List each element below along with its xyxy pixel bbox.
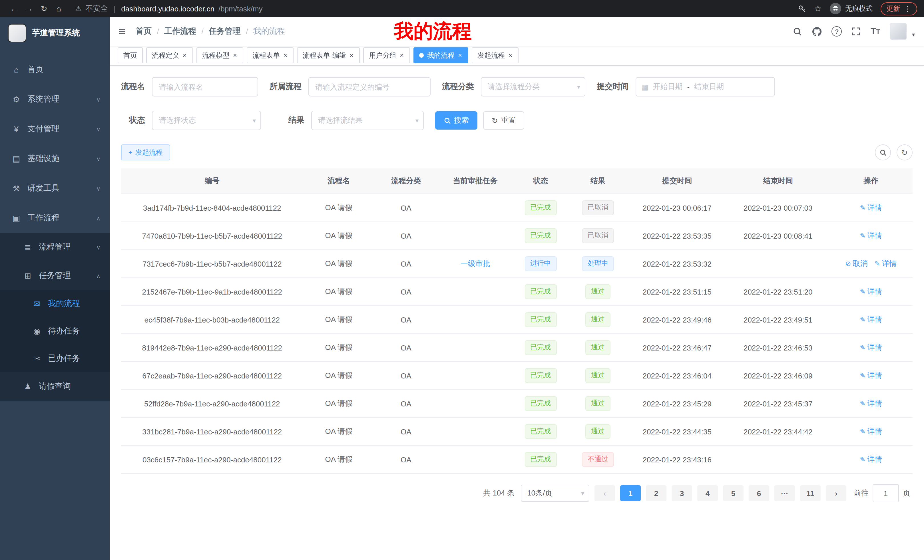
page-size-select[interactable]: 10条/页 ▾ <box>521 485 590 502</box>
sidebar-item-payment[interactable]: ¥支付管理∨ <box>0 114 110 144</box>
font-small-glyph: T <box>876 28 880 35</box>
browser-home-icon[interactable]: ⌂ <box>51 4 66 13</box>
sidebar-item-home[interactable]: ⌂首页 <box>0 55 110 84</box>
security-label[interactable]: 不安全 <box>86 3 108 14</box>
address-bar[interactable]: ⚠ 不安全 | dashboard.yudao.iocoder.cn/bpm/t… <box>75 3 798 14</box>
close-icon[interactable]: × <box>182 51 188 59</box>
sidebar-item-done-task[interactable]: ✂已办任务 <box>0 345 110 372</box>
cell-result: 已取消 <box>568 222 628 250</box>
sidebar-item-infrastructure[interactable]: ▤基础设施∨ <box>0 144 110 174</box>
help-icon[interactable]: ? <box>832 26 842 36</box>
table-row: 7470a810-7b9b-11ec-b5b7-acde48001122OA 请… <box>121 222 913 250</box>
process-input[interactable] <box>308 77 430 96</box>
reset-button[interactable]: ↻ 重置 <box>483 111 524 130</box>
pager-page-3[interactable]: 3 <box>672 485 692 501</box>
refresh-icon[interactable]: ↻ <box>897 144 913 160</box>
detail-link[interactable]: ✎详情 <box>860 343 882 353</box>
result-select[interactable]: 请选择流结果 ▾ <box>311 111 424 130</box>
goto-input[interactable] <box>873 484 899 502</box>
breadcrumb-item-1[interactable]: 工作流程 <box>164 26 196 36</box>
fullscreen-icon[interactable] <box>852 27 861 36</box>
end-date-placeholder[interactable]: 结束日期 <box>694 82 724 92</box>
close-icon[interactable]: × <box>458 51 463 59</box>
breadcrumb-item-0[interactable]: 首页 <box>136 26 152 36</box>
cell-id: 52ffd28e-7b9a-11ec-a290-acde48001122 <box>121 389 303 418</box>
incognito-label: 无痕模式 <box>845 4 873 13</box>
close-icon[interactable]: × <box>399 51 404 59</box>
detail-link[interactable]: ✎详情 <box>860 314 882 325</box>
detail-link[interactable]: ✎详情 <box>860 287 882 297</box>
pager-next[interactable]: › <box>826 485 846 501</box>
pager-page-5[interactable]: 5 <box>723 485 744 501</box>
task-link[interactable]: 一级审批 <box>460 259 490 268</box>
close-icon[interactable]: × <box>232 51 238 59</box>
name-input[interactable] <box>152 77 258 96</box>
cell-current-task <box>438 194 513 222</box>
tab-process-form-edit[interactable]: 流程表单-编辑× <box>297 47 360 63</box>
pager-page-11[interactable]: 11 <box>800 485 820 501</box>
tab-user-group[interactable]: 用户分组× <box>363 47 410 63</box>
tab-process-definition[interactable]: 流程定义× <box>146 47 193 63</box>
back-icon[interactable]: ← <box>7 4 22 13</box>
start-process-button[interactable]: + 发起流程 <box>121 144 170 160</box>
password-key-icon[interactable] <box>798 4 806 13</box>
tab-label: 流程表单-编辑 <box>303 51 346 60</box>
pager-prev[interactable]: ‹ <box>594 485 615 501</box>
sidebar-item-system[interactable]: ⚙系统管理∨ <box>0 84 110 114</box>
detail-link[interactable]: ✎详情 <box>860 398 882 409</box>
pager-page-6[interactable]: 6 <box>748 485 769 501</box>
sidebar-item-todo-task[interactable]: ◉待办任务 <box>0 317 110 345</box>
detail-link[interactable]: ✎详情 <box>860 203 882 213</box>
cancel-link[interactable]: ⊘取消 <box>845 259 867 269</box>
font-size-icon[interactable]: TT <box>871 26 880 36</box>
tab-my-process[interactable]: 我的流程× <box>414 47 468 63</box>
edit-icon: ✎ <box>860 400 866 407</box>
pager-ellipsis[interactable]: ··· <box>774 485 795 501</box>
date-range-picker[interactable]: ▦ 开始日期 - 结束日期 <box>636 77 775 96</box>
browser-menu-icon[interactable]: ⋮ <box>904 4 911 13</box>
search-button-label: 搜索 <box>454 115 469 126</box>
status-select[interactable]: 请选择状态 ▾ <box>152 111 261 130</box>
update-button[interactable]: 更新 ⋮ <box>880 2 917 15</box>
toggle-search-icon[interactable] <box>875 144 891 160</box>
cell-id: ec45f38f-7b9a-11ec-b03b-acde48001122 <box>121 306 303 334</box>
cell-category: OA <box>374 222 438 250</box>
pager-page-2[interactable]: 2 <box>646 485 666 501</box>
github-icon[interactable] <box>812 27 822 36</box>
detail-link[interactable]: ✎详情 <box>860 370 882 381</box>
reload-icon[interactable]: ↻ <box>36 4 51 13</box>
sidebar-item-process-mgmt[interactable]: ≣流程管理∨ <box>0 233 110 262</box>
tab-home[interactable]: 首页 <box>118 47 143 63</box>
detail-link[interactable]: ✎详情 <box>860 454 882 465</box>
detail-link[interactable]: ✎详情 <box>860 427 882 437</box>
sidebar-item-my-process[interactable]: ✉我的流程 <box>0 290 110 317</box>
user-avatar[interactable] <box>890 23 907 40</box>
start-date-placeholder[interactable]: 开始日期 <box>653 82 683 92</box>
detail-link[interactable]: ✎详情 <box>860 231 882 241</box>
sidebar-item-task-mgmt[interactable]: ⊞任务管理∧ <box>0 262 110 290</box>
bookmark-star-icon[interactable]: ☆ <box>814 3 822 14</box>
search-icon[interactable] <box>793 27 802 36</box>
cell-end-time <box>727 250 830 278</box>
sidebar-item-dev-tools[interactable]: ⚒研发工具∨ <box>0 174 110 203</box>
close-icon[interactable]: × <box>283 51 288 59</box>
tab-process-form[interactable]: 流程表单× <box>247 47 294 63</box>
tab-start-process[interactable]: 发起流程× <box>472 47 519 63</box>
search-button[interactable]: 搜索 <box>435 111 477 130</box>
sidebar-item-workflow[interactable]: ▣工作流程∧ <box>0 203 110 233</box>
pager-page-1[interactable]: 1 <box>620 485 641 501</box>
hamburger-icon[interactable]: ≡ <box>119 26 125 37</box>
logo-row[interactable]: 芋道管理系统 <box>0 17 110 49</box>
tab-process-model[interactable]: 流程模型× <box>196 47 243 63</box>
breadcrumb-item-2[interactable]: 任务管理 <box>209 26 241 36</box>
close-icon[interactable]: × <box>349 51 354 59</box>
category-label: 流程分类 <box>442 82 481 92</box>
sidebar-item-leave-query[interactable]: ♟请假查询 <box>0 372 110 401</box>
avatar-caret-icon[interactable]: ▾ <box>912 31 915 40</box>
close-icon[interactable]: × <box>508 51 513 59</box>
category-select[interactable]: 请选择流程分类 ▾ <box>481 77 585 96</box>
detail-link[interactable]: ✎详情 <box>874 259 897 269</box>
pager-page-4[interactable]: 4 <box>697 485 718 501</box>
forward-icon[interactable]: → <box>22 4 36 13</box>
toolbar: + 发起流程 ↻ <box>121 144 913 160</box>
